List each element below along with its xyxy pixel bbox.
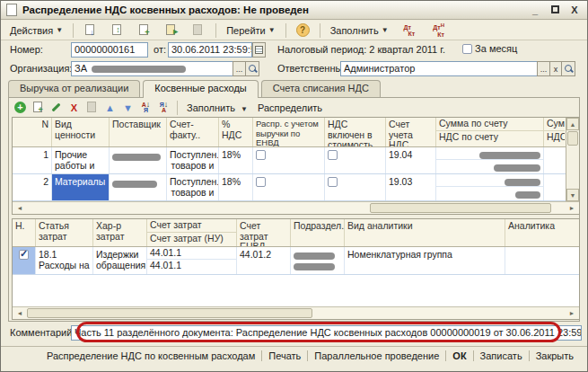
scroll-left-icon[interactable]: ◄ (13, 203, 26, 213)
col-kind[interactable]: Вид ценности (52, 118, 110, 146)
move-down-button[interactable]: ▼ (120, 101, 136, 115)
col-included[interactable]: НДС включен в стоимость (325, 118, 386, 146)
comment-label: Комментарий: (10, 327, 75, 338)
actions-menu-button[interactable]: Действия ▼ (4, 22, 68, 39)
col-vat[interactable]: % НДС (219, 118, 253, 146)
checkbox-icon[interactable] (19, 250, 29, 260)
comment-input[interactable]: Часть 11 разделённого документа: Распред… (71, 325, 582, 341)
distribute-vat-button[interactable]: Распределение НДС по косвенным расходам (40, 350, 261, 361)
table-empty-area (13, 275, 579, 306)
close-form-button[interactable]: Закрыть (529, 350, 580, 361)
responsible-input[interactable]: Администратор (340, 61, 538, 76)
divider (177, 101, 178, 115)
scroll-left-icon[interactable]: ◄ (13, 308, 26, 318)
scroll-right-icon[interactable]: ► (566, 203, 578, 213)
save-button[interactable]: Записать (473, 350, 529, 361)
copy-row-button[interactable]: + (31, 101, 46, 115)
tab-indirect-costs[interactable]: Косвенные расходы (143, 80, 258, 98)
parallel-posting-button[interactable]: Параллельное проведение (307, 350, 445, 361)
sort-desc-button[interactable]: Я↓А (156, 101, 171, 115)
checkbox-icon[interactable] (256, 150, 266, 160)
dtkt-button[interactable]: Дт Кт (396, 22, 424, 39)
move-up-button[interactable]: ▲ (102, 101, 118, 115)
sort-asc-button[interactable]: А↓Я (138, 101, 154, 115)
per-month-checkbox[interactable]: За месяц (462, 43, 517, 54)
responsible-open-button[interactable] (561, 61, 575, 76)
horizontal-scrollbar[interactable]: ◄ ► (13, 201, 579, 214)
delete-row-button[interactable]: Х (66, 101, 82, 115)
organization-open-button[interactable] (245, 61, 259, 76)
scrollbar-thumb[interactable] (567, 131, 578, 146)
close-button[interactable]: X (567, 4, 582, 15)
sort-desc-icon: Я↓А (160, 102, 169, 113)
col-mark[interactable]: Н. (13, 219, 36, 246)
fill-menu-button[interactable]: Заполнить ▼ (325, 22, 394, 39)
col-distr[interactable]: Распр. с учетом выручки по ЕНВД (253, 118, 325, 146)
goto-menu-button[interactable]: Перейти ▼ (221, 22, 281, 39)
number-input[interactable]: 00000000161 (71, 42, 148, 58)
col-dept[interactable]: Подраздел.. (291, 219, 345, 246)
cell-supplier (110, 147, 167, 173)
enter-on-basis-button[interactable]: ► (159, 22, 184, 39)
cell-sum-cut (544, 174, 565, 200)
col-type[interactable]: Хар-р затрат (93, 219, 147, 246)
table-row[interactable]: 18.1 Расходы на Издержки обращения 44.01… (13, 247, 579, 275)
scrollbar-thumb[interactable] (27, 308, 312, 318)
col-account[interactable]: Счет учета НДС (386, 118, 436, 146)
print-button[interactable]: Печать (261, 350, 307, 361)
scroll-down-icon[interactable]: ▼ (566, 189, 579, 201)
post-document-icon: ↓ (83, 23, 98, 37)
col-envd-account[interactable]: Счет затрат ЕНВД (237, 219, 291, 246)
grid-fill-menu-button[interactable]: Заполнить ▼ (183, 102, 251, 113)
minimize-button[interactable]: _ (528, 4, 542, 15)
vertical-scrollbar[interactable]: ▲ ▼ (566, 118, 579, 201)
responsible-clear-button[interactable]: x (549, 61, 562, 76)
new-copy-button[interactable]: + (132, 22, 157, 39)
disabled-structure-icon (191, 23, 206, 37)
tab-vat-writeoff-accounts[interactable]: Счета списания НДС (261, 80, 381, 97)
checkbox-icon[interactable] (256, 177, 266, 187)
cell-analytics-kind: Номенклатурная группа (345, 247, 505, 274)
calendar-button[interactable] (252, 42, 266, 58)
responsible-lookup-button[interactable]: ... (537, 61, 550, 76)
reread-button[interactable]: ↕ (105, 22, 130, 39)
tab-panel: + + Х ▲ ▼ А↓Я Я↓А Заполнить ▼ Распредели… (8, 97, 580, 322)
cell-n: 1 (13, 147, 52, 173)
distribute-button[interactable]: Распределить (254, 102, 326, 113)
col-cost-account[interactable]: Счет затрат Счет затрат (НУ) (147, 219, 237, 246)
organization-lookup-button[interactable]: ... (233, 61, 246, 76)
col-n[interactable]: N (13, 118, 52, 146)
col-supplier[interactable]: Поставщик (110, 118, 167, 146)
cell-n: 2 (13, 174, 52, 200)
checkbox-icon[interactable] (328, 150, 338, 160)
scrollbar-thumb[interactable] (370, 203, 551, 213)
redacted-value (494, 164, 540, 172)
dtkt-nu-button[interactable]: ДтН Кт (425, 22, 452, 39)
table-row[interactable]: 2 Материалы Поступлен.. товаров и 18% 19… (13, 174, 566, 201)
col-invoice[interactable]: Счет-факту.. (167, 118, 219, 146)
col-analytics-kind[interactable]: Вид аналитики (345, 219, 505, 246)
col-sum[interactable]: Сумма по счету НДС по счету (436, 118, 544, 146)
cell-type: Издержки обращения (93, 247, 147, 274)
checkbox-icon[interactable] (328, 177, 338, 187)
actions-label: Действия (10, 25, 53, 36)
redacted-value (92, 66, 186, 73)
organization-input[interactable]: ЗА (71, 61, 233, 76)
col-item[interactable]: Статья затрат (36, 219, 93, 246)
post-document-button[interactable]: ↓ (78, 22, 103, 39)
col-analytics[interactable]: Аналитика (505, 219, 579, 246)
table-row[interactable]: 1 Прочие работы и Поступлен.. товаров и … (13, 147, 566, 174)
maximize-button[interactable] (548, 4, 562, 15)
edit-row-button[interactable] (48, 101, 64, 115)
date-input[interactable]: 30.06.2011 23:59:59 (168, 42, 252, 58)
add-row-button[interactable]: + (13, 101, 28, 115)
help-button[interactable]: ? (291, 22, 315, 39)
ok-button[interactable]: ОК (445, 350, 472, 361)
copy-icon: + (31, 101, 46, 114)
tab-revenue[interactable]: Выручка от реализации (8, 80, 140, 97)
scroll-right-icon[interactable]: ► (566, 308, 578, 318)
col-sum-cut[interactable]: Сумм НДС (544, 118, 565, 146)
horizontal-scrollbar[interactable]: ◄ ► (13, 306, 579, 319)
scroll-up-icon[interactable]: ▲ (566, 118, 579, 130)
disabled-structure-button (186, 22, 211, 39)
